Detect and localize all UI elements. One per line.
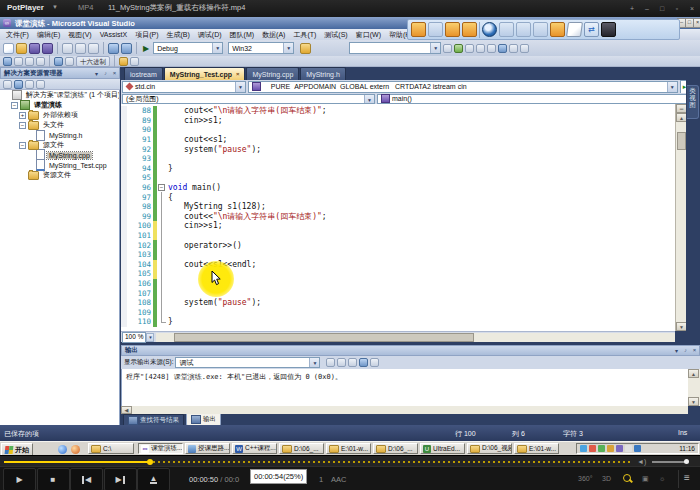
tree-item[interactable]: MyString_Test.cpp	[0, 160, 119, 170]
toolbar-icon[interactable]	[119, 57, 128, 66]
chevron-down-icon[interactable]: ▼	[212, 43, 222, 53]
output-toolbar-icon[interactable]	[326, 358, 335, 367]
taskbar-item[interactable]: D:\06_视频	[467, 443, 512, 454]
toolbar-icon[interactable]	[121, 43, 132, 54]
output-horizontal-scrollbar[interactable]: ◀	[121, 406, 688, 414]
threed-button[interactable]: 3D	[602, 475, 611, 482]
draw-tool-icon[interactable]	[516, 22, 531, 37]
chevron-down-icon[interactable]: ▼	[52, 4, 58, 10]
chevron-down-icon[interactable]: ▼	[235, 82, 245, 92]
compass-icon[interactable]	[482, 22, 497, 37]
taskbar-item[interactable]: WC++课程...	[232, 443, 277, 454]
play-button[interactable]: ▶	[3, 468, 36, 490]
editor-vertical-scrollbar[interactable]: ═ ▲ ▼	[675, 104, 686, 331]
menu-item[interactable]: 数据(A)	[258, 30, 289, 40]
menu-item[interactable]: 团队(M)	[226, 30, 259, 40]
output-toolbar-icon[interactable]	[359, 358, 368, 367]
output-toolbar-icon[interactable]	[370, 358, 379, 367]
chevron-down-icon[interactable]: ▼	[283, 43, 293, 53]
toolbar-icon[interactable]	[443, 44, 452, 53]
eraser-icon[interactable]	[566, 22, 583, 37]
draw-tool-icon[interactable]	[550, 22, 565, 37]
close-icon[interactable]: ×	[685, 3, 699, 14]
toolbar-icon[interactable]	[509, 44, 518, 53]
pin-icon[interactable]: 𝆔	[681, 347, 690, 354]
pin-icon[interactable]: 𝆔	[101, 70, 110, 77]
tray-icon[interactable]	[607, 445, 614, 452]
close-icon[interactable]: ×	[236, 71, 240, 77]
toolbar-icon[interactable]	[130, 57, 139, 66]
open-button[interactable]: ▲	[137, 468, 170, 490]
taskbar-item-drive[interactable]: C:\	[88, 443, 134, 454]
fullscreen-icon[interactable]: ▫	[670, 3, 684, 14]
editor-tab[interactable]: MyString_Test.cpp×	[164, 67, 246, 80]
taskbar-item[interactable]: D:\06_...	[373, 443, 418, 454]
chevron-down-icon[interactable]: ▼	[667, 82, 677, 92]
collapse-icon[interactable]: −	[19, 122, 26, 129]
debug-toolbar-icon[interactable]	[3, 57, 12, 66]
minimize-icon[interactable]: –	[640, 3, 654, 14]
tree-item[interactable]: 解决方案"课堂演练" (1 个项目)	[0, 90, 119, 100]
debug-toolbar-icon[interactable]	[25, 57, 34, 66]
toolbar-icon[interactable]	[476, 44, 485, 53]
debug-toolbar-icon[interactable]	[54, 57, 63, 66]
draw-tool-icon[interactable]	[499, 22, 514, 37]
member-combo[interactable]: main() ▼	[377, 94, 699, 104]
volume-knob[interactable]	[684, 459, 689, 464]
debug-toolbar-icon[interactable]	[14, 57, 23, 66]
taskbar-item[interactable]: ∞课堂演练...	[138, 443, 183, 454]
vr360-button[interactable]: 360°	[578, 475, 592, 482]
toolbar-icon[interactable]	[62, 43, 73, 54]
toolbar-icon[interactable]	[520, 44, 529, 53]
draw-tool-icon[interactable]	[533, 22, 548, 37]
explorer-toolbar-icon[interactable]	[3, 80, 12, 89]
menu-item[interactable]: 生成(B)	[162, 30, 193, 40]
editor-tab[interactable]: MyString.cpp	[246, 67, 299, 80]
taskbar-item[interactable]: 授课思路...	[185, 443, 230, 454]
hex-button[interactable]: 十六进制	[76, 56, 110, 67]
menu-item[interactable]: 测试(S)	[320, 30, 351, 40]
toolbar-icon[interactable]	[3, 43, 14, 54]
capture-icon[interactable]	[601, 22, 616, 37]
toolbar-icon[interactable]	[42, 43, 53, 54]
tray-icon[interactable]	[616, 445, 623, 452]
tray-icon[interactable]	[625, 445, 632, 452]
solution-explorer-tree[interactable]: 解决方案"课堂演练" (1 个项目)−课堂演练+外部依赖项−头文件MyStrin…	[0, 90, 120, 425]
chevron-down-icon[interactable]: ▼	[430, 43, 440, 53]
expand-icon[interactable]: +	[19, 112, 26, 119]
taskbar-item[interactable]: UUltraEd...	[420, 443, 465, 454]
code-editor[interactable]: 88cout<<"\n请输入字符串(回车结束)";89cin>>s1;9091c…	[121, 104, 675, 331]
tray-icon[interactable]	[589, 445, 596, 452]
menu-button[interactable]: ≡	[684, 472, 690, 483]
potplayer-titlebar[interactable]: PotPlayer ▼ MP4 11_MyString类案例_重载右移操作符.m…	[0, 0, 700, 18]
zoom-level[interactable]: 100 %	[122, 332, 146, 343]
tray-icon[interactable]	[634, 445, 641, 452]
menu-item[interactable]: 文件(F)	[2, 30, 33, 40]
collapse-icon[interactable]: −	[19, 142, 26, 149]
toolbar-icon[interactable]	[498, 44, 507, 53]
menu-item[interactable]: 工具(T)	[289, 30, 320, 40]
swap-arrows-icon[interactable]: ⇄	[584, 22, 599, 37]
collapse-icon[interactable]: −	[158, 184, 165, 191]
chevron-down-icon[interactable]: ▾	[672, 347, 681, 354]
editor-tab[interactable]: iostream	[124, 67, 163, 80]
explorer-toolbar-icon[interactable]	[25, 80, 34, 89]
output-text-area[interactable]: 程序"[4248] 课堂演练.exe: 本机"已退出，返回值为 0 (0x0)。	[121, 369, 688, 406]
menu-item[interactable]: 窗口(W)	[352, 30, 385, 40]
prev-button[interactable]: ◀	[70, 468, 103, 490]
output-toolbar-icon[interactable]	[348, 358, 357, 367]
quicklaunch-media-icon[interactable]	[71, 445, 80, 454]
tray-icon[interactable]	[580, 445, 587, 452]
menu-item[interactable]: 调试(D)	[194, 30, 226, 40]
draw-tool-icon[interactable]	[445, 22, 460, 37]
menu-item[interactable]: 视图(V)	[64, 30, 95, 40]
scroll-left-arrow[interactable]: ◀	[121, 406, 132, 414]
toolbar-icon[interactable]	[108, 43, 119, 54]
editor-tab[interactable]: MyString.h	[300, 67, 345, 80]
tree-item[interactable]: +外部依赖项	[0, 110, 119, 120]
toolbar-icon[interactable]	[29, 43, 40, 54]
scrollbar-thumb[interactable]	[677, 132, 686, 150]
tree-item[interactable]: −课堂演练	[0, 100, 119, 110]
tree-item[interactable]: 资源文件	[0, 170, 119, 180]
menu-item[interactable]: 项目(P)	[131, 30, 162, 40]
